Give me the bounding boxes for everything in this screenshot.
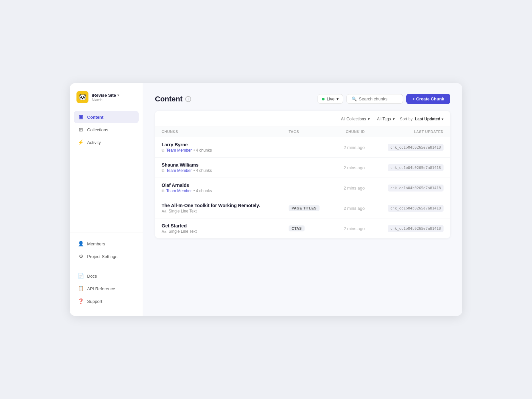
chunk-id-cell: cnk_cc1b04b0265e7a81418 xyxy=(371,198,450,218)
chunk-tags-cell: PAGE TITLES xyxy=(282,198,332,218)
sidebar-item-label: Collections xyxy=(87,127,108,132)
col-last-updated: LAST UPDATED xyxy=(371,126,450,137)
main-header: Content i Live ▾ 🔍 + Create Chunk xyxy=(155,94,450,104)
table-row[interactable]: Larry Byrne⧉Team Member• 4 chunks2 mins … xyxy=(155,137,450,158)
sidebar-item-label: Support xyxy=(87,299,102,304)
title-area: Content i xyxy=(155,95,191,103)
copy-icon: ⧉ xyxy=(162,148,165,153)
support-icon: ❓ xyxy=(78,298,84,304)
chunk-name-cell: Get StartedAaSingle Line Text xyxy=(155,218,282,239)
chunk-tags-cell: CTAS xyxy=(282,218,332,239)
sidebar-item-label: Docs xyxy=(87,274,97,279)
content-icon: ▣ xyxy=(78,114,84,120)
members-icon: 👤 xyxy=(78,241,84,247)
live-label: Live xyxy=(327,96,334,101)
sidebar-item-api-reference[interactable]: 📋 API Reference xyxy=(74,283,139,295)
chunk-subtype: Team Member xyxy=(166,168,192,173)
chunk-time: 2 mins ago xyxy=(339,186,365,191)
table-row[interactable]: The All-In-One Toolkit for Working Remot… xyxy=(155,198,450,218)
sidebar-item-label: API Reference xyxy=(87,286,115,291)
create-chunk-label: + Create Chunk xyxy=(412,96,444,101)
sidebar-item-docs[interactable]: 📄 Docs xyxy=(74,270,139,282)
chunk-name-cell: The All-In-One Toolkit for Working Remot… xyxy=(155,198,282,218)
live-dot-icon xyxy=(322,98,325,100)
sidebar-item-label: Content xyxy=(87,115,103,120)
chunk-id-cell: cnk_cc1b04b0265e7a81418 xyxy=(371,218,450,239)
app-subtitle: Niamh xyxy=(92,98,119,102)
tag-badge: PAGE TITLES xyxy=(289,205,320,211)
chunk-time: 2 mins ago xyxy=(339,165,365,170)
tags-filter-label: All Tags xyxy=(377,117,391,121)
app-container: 🐼 iRevise Site ▾ Niamh ▣ Content ⊞ Colle… xyxy=(70,83,462,316)
chevron-down-icon: ▾ xyxy=(442,117,444,121)
content-card: All Collections ▾ All Tags ▾ Sort by: La… xyxy=(155,111,450,238)
chunk-id-cell: cnk_cc1b04b0265e7a81418 xyxy=(371,158,450,178)
sidebar-links: 📄 Docs 📋 API Reference ❓ Support xyxy=(70,266,143,308)
chunk-id-cell: cnk_cc1b04b0265e7a81418 xyxy=(371,137,450,158)
table-row[interactable]: Get StartedAaSingle Line TextCTAS2 mins … xyxy=(155,218,450,239)
sort-control[interactable]: Sort by: Last Updated ▾ xyxy=(400,117,444,121)
settings-icon: ⚙ xyxy=(78,253,84,259)
col-tags: TAGS xyxy=(282,126,332,137)
sidebar-bottom: 👤 Members ⚙ Project Settings xyxy=(70,232,143,263)
chunk-name: Larry Byrne xyxy=(162,142,275,147)
chunk-id: cnk_cc1b04b0265e7a81418 xyxy=(388,164,444,171)
chunks-table: CHUNKS TAGS CHUNK ID LAST UPDATED Larry … xyxy=(155,126,450,238)
chunk-id: cnk_cc1b04b0265e7a81418 xyxy=(388,225,444,232)
info-icon[interactable]: i xyxy=(185,96,191,102)
create-chunk-button[interactable]: + Create Chunk xyxy=(406,94,450,104)
chevron-down-icon: ▾ xyxy=(393,117,395,121)
chunk-time: 2 mins ago xyxy=(339,145,365,150)
chunk-id-cell: cnk_cc1b04b0265e7a81418 xyxy=(371,178,450,198)
sidebar-item-collections[interactable]: ⊞ Collections xyxy=(74,124,139,136)
chunk-time: 2 mins ago xyxy=(339,206,365,211)
sidebar-item-members[interactable]: 👤 Members xyxy=(74,238,139,250)
filter-bar: All Collections ▾ All Tags ▾ Sort by: La… xyxy=(155,111,450,126)
live-chevron-icon: ▾ xyxy=(336,96,339,101)
chunk-time-cell: 2 mins ago xyxy=(332,137,371,158)
col-chunks: CHUNKS xyxy=(155,126,282,137)
tag-badge: CTAS xyxy=(289,225,305,231)
search-icon: 🔍 xyxy=(351,96,357,101)
chunk-tags-cell xyxy=(282,158,332,178)
table-row[interactable]: Shauna Williams⧉Team Member• 4 chunks2 m… xyxy=(155,158,450,178)
chunk-time-cell: 2 mins ago xyxy=(332,198,371,218)
chunk-tags-cell xyxy=(282,178,332,198)
chunk-time-cell: 2 mins ago xyxy=(332,158,371,178)
chunk-name: The All-In-One Toolkit for Working Remot… xyxy=(162,203,275,208)
sidebar-item-label: Members xyxy=(87,241,105,246)
tags-filter-button[interactable]: All Tags ▾ xyxy=(375,115,397,123)
chunk-subtype: Single Line Text xyxy=(169,229,197,234)
logo-text: iRevise Site ▾ Niamh xyxy=(92,93,119,102)
sidebar-item-activity[interactable]: ⚡ Activity xyxy=(74,136,139,148)
chunk-id: cnk_cc1b04b0265e7a81418 xyxy=(388,185,444,192)
copy-icon: ⧉ xyxy=(162,189,165,193)
text-type-icon: Aa xyxy=(162,209,166,213)
chunk-subtype: Team Member xyxy=(166,189,192,193)
live-status-badge[interactable]: Live ▾ xyxy=(318,94,343,104)
app-title: iRevise Site ▾ xyxy=(92,93,119,98)
chunk-time-cell: 2 mins ago xyxy=(332,218,371,239)
table-row[interactable]: Olaf Arnalds⧉Team Member• 4 chunks2 mins… xyxy=(155,178,450,198)
sidebar-item-content[interactable]: ▣ Content xyxy=(74,111,139,123)
sort-value: Last Updated xyxy=(415,117,440,121)
collections-filter-button[interactable]: All Collections ▾ xyxy=(339,115,371,123)
sidebar-item-support[interactable]: ❓ Support xyxy=(74,295,139,307)
col-chunk-id: CHUNK ID xyxy=(332,126,371,137)
chunk-id: cnk_cc1b04b0265e7a81418 xyxy=(388,205,444,212)
sidebar-item-project-settings[interactable]: ⚙ Project Settings xyxy=(74,250,139,262)
collections-filter-label: All Collections xyxy=(341,117,366,121)
chunk-name-cell: Olaf Arnalds⧉Team Member• 4 chunks xyxy=(155,178,282,198)
chunk-subcount: • 4 chunks xyxy=(194,168,212,173)
chunk-subcount: • 4 chunks xyxy=(194,148,212,153)
sidebar: 🐼 iRevise Site ▾ Niamh ▣ Content ⊞ Colle… xyxy=(70,83,143,316)
chunk-name: Get Started xyxy=(162,223,275,228)
sidebar-item-label: Project Settings xyxy=(87,254,117,259)
chunk-subcount: • 4 chunks xyxy=(194,189,212,193)
search-box[interactable]: 🔍 xyxy=(346,94,403,104)
chunk-name: Shauna Williams xyxy=(162,162,275,168)
docs-icon: 📄 xyxy=(78,273,84,279)
sidebar-logo[interactable]: 🐼 iRevise Site ▾ Niamh xyxy=(70,91,143,111)
search-input[interactable] xyxy=(359,96,398,101)
page-title: Content xyxy=(155,95,183,103)
